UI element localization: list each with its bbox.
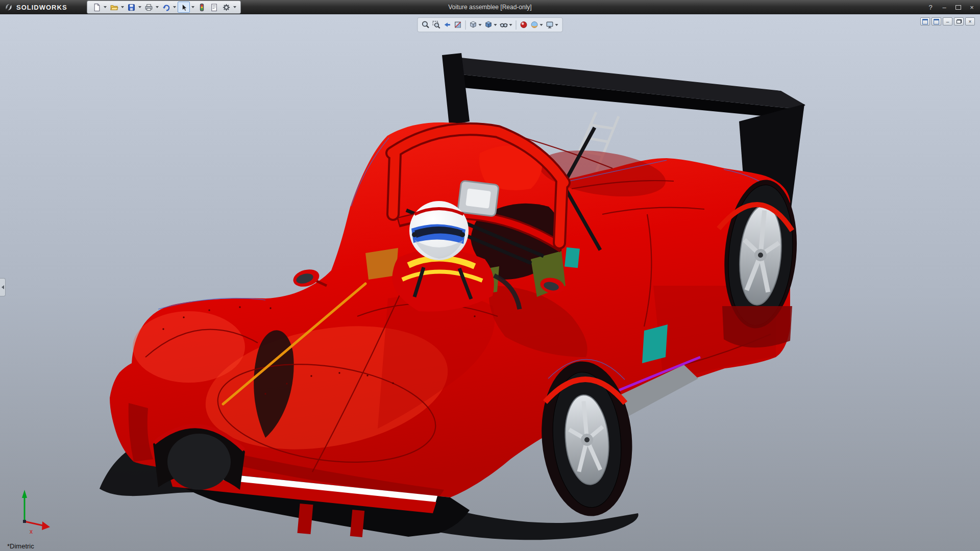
chevron-down-icon[interactable] [479, 24, 482, 26]
chevron-down-icon[interactable] [494, 24, 497, 26]
select-tool-button[interactable] [178, 2, 190, 13]
options-button[interactable] [220, 2, 232, 13]
zoom-to-area-button[interactable] [432, 19, 442, 31]
view-settings-button[interactable] [545, 19, 559, 31]
titlebar: SOLIDWORKS [0, 0, 980, 14]
view-orientation-button[interactable] [469, 19, 483, 31]
monitor-icon [546, 20, 554, 29]
car-model-scene[interactable]: x [0, 14, 980, 551]
save-floppy-icon [127, 3, 136, 12]
section-view-icon [454, 20, 462, 29]
file-properties-icon [210, 3, 218, 12]
edit-appearance-button[interactable] [519, 19, 529, 31]
split-pane-left-button[interactable] [920, 17, 930, 26]
rebuild-button[interactable] [196, 2, 207, 13]
display-style-button[interactable] [484, 19, 498, 31]
zoom-to-fit-icon [422, 20, 430, 29]
orientation-triad: x [22, 490, 50, 535]
maximize-icon [955, 5, 961, 10]
door-inset-teal [642, 324, 668, 363]
previous-view-button[interactable] [443, 19, 452, 31]
save-button[interactable] [126, 2, 137, 13]
chevron-down-icon[interactable] [156, 6, 159, 8]
eyeglasses-icon [500, 20, 508, 29]
hide-show-items-button[interactable] [499, 19, 513, 31]
brand-name: SOLIDWORKS [16, 4, 67, 11]
view-orientation-cube-icon [469, 20, 478, 29]
cockpit-side-teal [565, 247, 580, 268]
chevron-down-icon[interactable] [555, 24, 558, 26]
minimize-document-button[interactable]: – [943, 17, 952, 26]
chevron-down-icon[interactable] [121, 6, 124, 8]
window-controls: ? – × [924, 0, 978, 14]
file-properties-button[interactable] [208, 2, 219, 13]
chevron-down-icon[interactable] [138, 6, 141, 8]
print-button[interactable] [143, 2, 154, 13]
document-window-controls: – × [920, 17, 975, 26]
toolbar-separator [516, 20, 517, 30]
new-document-icon [92, 3, 101, 12]
restore-icon [957, 19, 962, 23]
solidworks-logo-icon [4, 3, 13, 12]
chevron-down-icon[interactable] [173, 6, 176, 8]
new-document-button[interactable] [91, 2, 102, 13]
standard-toolbar [87, 1, 241, 14]
restore-document-button[interactable] [954, 17, 964, 26]
feature-panel-collapse-tab[interactable] [0, 278, 6, 296]
intake-box [457, 181, 499, 217]
chevron-down-icon[interactable] [191, 6, 194, 8]
chevron-down-icon[interactable] [233, 6, 236, 8]
scene-ball-icon [530, 20, 539, 29]
toolbar-separator [465, 20, 466, 30]
model-viewport[interactable]: x [0, 14, 980, 551]
appearance-ball-icon [520, 20, 528, 29]
close-document-button[interactable]: × [965, 17, 975, 26]
minimize-button[interactable]: – [938, 2, 950, 12]
chevron-down-icon[interactable] [509, 24, 512, 26]
undo-icon [162, 3, 170, 12]
select-cursor-icon [180, 3, 188, 12]
display-style-cube-icon [484, 20, 493, 29]
view-orientation-label: *Dimetric [7, 542, 34, 550]
triad-x-label: x [30, 528, 33, 535]
undo-button[interactable] [160, 2, 172, 13]
heads-up-view-toolbar [418, 17, 563, 32]
print-icon [144, 3, 153, 12]
split-pane-right-button[interactable] [932, 17, 941, 26]
window-pane-icon [934, 19, 939, 24]
open-button[interactable] [108, 2, 119, 13]
window-title: Voiture assemblee [Read-only] [448, 0, 531, 14]
gear-icon [222, 3, 231, 12]
apply-scene-button[interactable] [530, 19, 544, 31]
help-button[interactable]: ? [924, 2, 937, 12]
section-view-button[interactable] [453, 19, 463, 31]
maximize-button[interactable] [952, 2, 964, 12]
window-pane-icon [922, 19, 928, 24]
chevron-down-icon[interactable] [540, 24, 543, 26]
chevron-down-icon[interactable] [104, 6, 107, 8]
rebuild-stoplight-icon [198, 3, 206, 12]
open-folder-icon [110, 3, 118, 12]
previous-view-icon [443, 20, 452, 29]
solidworks-logo: SOLIDWORKS [0, 3, 67, 12]
zoom-to-area-icon [432, 20, 441, 29]
close-button[interactable]: × [966, 2, 978, 12]
zoom-to-fit-button[interactable] [421, 19, 431, 31]
chevron-left-icon [2, 285, 4, 289]
